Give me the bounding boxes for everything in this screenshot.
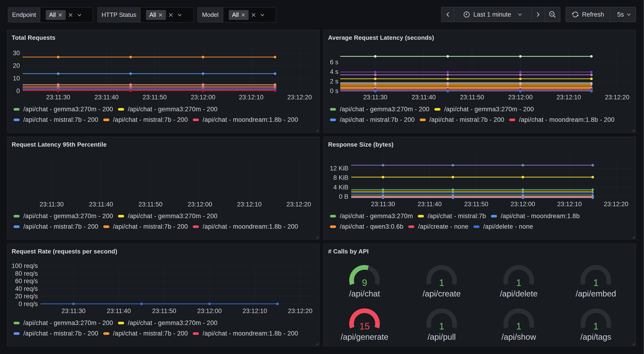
svg-text:23:11:40: 23:11:40 (107, 307, 131, 314)
svg-text:23:12:20: 23:12:20 (288, 307, 312, 314)
svg-text:9: 9 (362, 277, 367, 288)
svg-text:23:12:00: 23:12:00 (197, 307, 222, 314)
svg-text:0: 0 (16, 88, 20, 95)
svg-text:23:11:30: 23:11:30 (371, 201, 395, 208)
svg-text:23:12:10: 23:12:10 (557, 201, 582, 208)
svg-text:0 s: 0 s (330, 88, 338, 95)
svg-text:23:11:50: 23:11:50 (464, 201, 488, 208)
svg-text:20: 20 (13, 62, 20, 69)
svg-text:2 s: 2 s (330, 78, 338, 85)
svg-text:23:11:30: 23:11:30 (363, 94, 387, 101)
svg-text:23:12:00: 23:12:00 (191, 94, 215, 101)
svg-text:1: 1 (593, 277, 598, 288)
svg-text:8 KiB: 8 KiB (333, 174, 348, 181)
svg-text:23:12:10: 23:12:10 (239, 94, 263, 101)
svg-text:/api/pull: /api/pull (428, 332, 456, 341)
svg-text:/api/embed: /api/embed (576, 289, 616, 298)
svg-text:100 req/s: 100 req/s (12, 262, 38, 269)
svg-text:23:12:00: 23:12:00 (188, 201, 212, 208)
svg-text:/api/create: /api/create (422, 289, 460, 298)
svg-text:0 req/s: 0 req/s (18, 300, 38, 307)
svg-text:6 s: 6 s (330, 59, 338, 66)
svg-text:1: 1 (516, 277, 521, 288)
svg-text:23:11:40: 23:11:40 (418, 201, 442, 208)
svg-text:23:12:20: 23:12:20 (604, 201, 628, 208)
svg-text:23:11:40: 23:11:40 (412, 94, 436, 101)
svg-text:1: 1 (593, 321, 598, 331)
svg-text:23:12:00: 23:12:00 (510, 201, 535, 208)
svg-text:/api/delete: /api/delete (500, 289, 538, 298)
svg-text:15: 15 (360, 321, 370, 331)
svg-text:1: 1 (439, 321, 444, 331)
svg-text:80 req/s: 80 req/s (15, 270, 38, 277)
svg-text:23:11:40: 23:11:40 (89, 201, 113, 208)
svg-text:23:12:10: 23:12:10 (242, 307, 267, 314)
svg-text:23:12:20: 23:12:20 (287, 94, 312, 101)
svg-text:23:11:30: 23:11:30 (46, 94, 70, 101)
svg-text:1: 1 (516, 321, 521, 331)
svg-text:30: 30 (13, 50, 20, 57)
svg-text:23:11:50: 23:11:50 (152, 307, 176, 314)
svg-text:23:11:40: 23:11:40 (94, 94, 118, 101)
svg-text:0 B: 0 B (339, 193, 348, 200)
svg-text:/api/tags: /api/tags (580, 332, 611, 341)
svg-text:/api/generate: /api/generate (341, 332, 388, 341)
svg-text:23:11:50: 23:11:50 (138, 201, 162, 208)
svg-text:23:11:30: 23:11:30 (62, 307, 86, 314)
svg-text:23:12:20: 23:12:20 (605, 94, 629, 101)
svg-text:23:12:00: 23:12:00 (508, 94, 532, 101)
svg-text:/api/chat: /api/chat (349, 289, 380, 298)
svg-text:4 s: 4 s (330, 68, 338, 75)
svg-text:20 req/s: 20 req/s (15, 293, 38, 300)
svg-text:/api/show: /api/show (502, 332, 536, 341)
svg-text:23:11:50: 23:11:50 (142, 94, 166, 101)
svg-text:23:12:20: 23:12:20 (286, 201, 311, 208)
svg-text:23:12:10: 23:12:10 (237, 201, 262, 208)
svg-text:23:12:10: 23:12:10 (556, 94, 581, 101)
svg-text:1: 1 (439, 277, 444, 288)
svg-text:23:11:30: 23:11:30 (40, 201, 64, 208)
svg-text:60 req/s: 60 req/s (15, 277, 38, 284)
svg-text:40 req/s: 40 req/s (15, 285, 38, 292)
svg-text:10: 10 (13, 75, 20, 82)
svg-text:12 KiB: 12 KiB (330, 165, 348, 172)
svg-text:23:11:50: 23:11:50 (460, 94, 484, 101)
svg-text:4 KiB: 4 KiB (333, 184, 348, 191)
